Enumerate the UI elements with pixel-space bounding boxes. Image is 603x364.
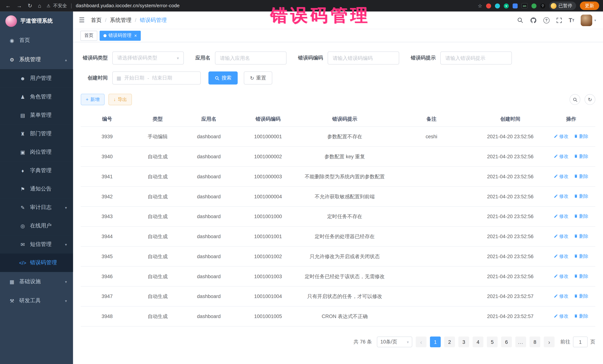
add-button[interactable]: + 新增: [81, 94, 105, 105]
gear-icon: ⚙: [8, 57, 16, 62]
refresh-button[interactable]: ↻: [585, 94, 595, 105]
cell-message: 只允许修改为开启或者关闭状态: [300, 250, 389, 263]
delete-link[interactable]: 删除: [574, 193, 588, 199]
cell-id: 3945: [81, 250, 133, 263]
extension-icon-v[interactable]: v: [504, 3, 509, 8]
page-button-4[interactable]: 4: [473, 337, 483, 347]
user-menu[interactable]: ▾: [581, 14, 596, 26]
sidebar-item-online-user[interactable]: ◎ 在线用户: [0, 217, 73, 235]
sidebar-item-dict-management[interactable]: ♦ 字典管理: [0, 161, 73, 180]
edit-link[interactable]: 修改: [554, 153, 568, 160]
delete-link[interactable]: 删除: [574, 133, 588, 140]
tab-dot: [104, 34, 107, 37]
extension-icon-blue[interactable]: [513, 3, 518, 8]
page-button-5[interactable]: 5: [487, 337, 498, 347]
cell-type: 自动生成: [133, 290, 182, 302]
help-icon[interactable]: ?: [543, 17, 549, 23]
edit-link[interactable]: 修改: [554, 193, 568, 199]
edit-link[interactable]: 修改: [554, 273, 568, 279]
font-size-icon[interactable]: TT: [569, 17, 574, 23]
breadcrumb-home[interactable]: 首页: [91, 17, 102, 23]
page-size-select[interactable]: 10条/页 ▾: [377, 337, 412, 347]
page-button-2[interactable]: 2: [444, 337, 455, 347]
error-message-input[interactable]: [440, 52, 512, 65]
date-range-picker[interactable]: ▦ 开始日期 - 结束日期: [112, 72, 201, 85]
cell-create-time: 2021-04-20 23:52:56: [474, 190, 547, 203]
page-button-6[interactable]: 6: [501, 337, 512, 347]
browser-update-button[interactable]: 更新: [580, 1, 599, 10]
sidebar-item-audit-log[interactable]: ✎ 审计日志 ▾: [0, 198, 73, 217]
back-icon[interactable]: ←: [5, 3, 11, 9]
cell-code: 1001000004: [236, 190, 300, 203]
sidebar-item-post-management[interactable]: ▣ 岗位管理: [0, 143, 73, 161]
page-button-3[interactable]: 3: [458, 337, 469, 347]
extension-icon-green[interactable]: [531, 3, 536, 8]
profile-paused-badge[interactable]: 已暂停: [549, 1, 576, 10]
sidebar-item-role-management[interactable]: ♟ 角色管理: [0, 88, 73, 106]
page-button-1[interactable]: 1: [430, 337, 441, 347]
tab-错误码管理[interactable]: 错误码管理 ×: [100, 31, 141, 41]
next-page-button[interactable]: ›: [544, 337, 555, 347]
search-icon[interactable]: [517, 17, 523, 23]
github-icon[interactable]: [530, 17, 537, 23]
export-button[interactable]: ↓ 导出: [109, 94, 132, 105]
forward-icon[interactable]: →: [16, 3, 22, 9]
delete-link[interactable]: 删除: [574, 173, 588, 180]
reset-button[interactable]: ↻ 重置: [244, 72, 272, 85]
extensions-pin-icon[interactable]: ⚲: [540, 3, 545, 8]
sidebar-item-error-code[interactable]: </> 错误码管理: [0, 254, 73, 272]
delete-link[interactable]: 删除: [574, 312, 588, 319]
extension-icon-red[interactable]: [486, 3, 491, 8]
extension-icon-teal[interactable]: [495, 3, 500, 8]
sidebar-item-system[interactable]: ⚙ 系统管理 ▴: [0, 50, 73, 69]
error-type-select[interactable]: 请选择错误码类型 ▾: [112, 52, 184, 65]
sidebar-item-sms-management[interactable]: ✉ 短信管理 ▾: [0, 235, 73, 253]
sidebar-item-notice[interactable]: ⚑ 通知公告: [0, 180, 73, 198]
delete-link[interactable]: 删除: [574, 232, 588, 240]
hamburger-icon[interactable]: ☰: [79, 16, 85, 24]
cell-app: dashboard: [182, 151, 236, 163]
sidebar-item-dept-management[interactable]: ♜ 部门管理: [0, 124, 73, 143]
delete-link[interactable]: 删除: [574, 273, 588, 279]
sidebar-item-dev-tools[interactable]: ⚒ 研发工具 ▾: [0, 291, 73, 310]
prev-page-button[interactable]: ‹: [416, 337, 427, 347]
url-text[interactable]: dashboard.yudao.iocoder.cn/system/error-…: [76, 3, 180, 9]
extension-icon-on-badge[interactable]: on: [522, 3, 528, 9]
avatar[interactable]: [581, 14, 592, 26]
reload-icon[interactable]: ↻: [28, 3, 32, 9]
error-code-input[interactable]: [328, 52, 399, 65]
sidebar-item-menu-management[interactable]: ▤ 菜单管理: [0, 106, 73, 124]
edit-link[interactable]: 修改: [554, 173, 568, 180]
address-bar[interactable]: ⚠ 不安全 dashboard.yudao.iocoder.cn/system/…: [46, 2, 478, 9]
toggle-search-button[interactable]: [570, 94, 580, 105]
home-icon[interactable]: ⌂: [38, 3, 41, 9]
fullscreen-icon[interactable]: [556, 17, 562, 23]
tab-close-icon[interactable]: ×: [134, 33, 137, 38]
delete-link[interactable]: 删除: [574, 253, 588, 259]
edit-link[interactable]: 修改: [554, 292, 568, 299]
edit-link[interactable]: 修改: [554, 312, 568, 319]
delete-icon: [574, 174, 578, 178]
page-button-8[interactable]: 8: [530, 337, 540, 347]
sidebar-item-infrastructure[interactable]: ▦ 基础设施 ▾: [0, 272, 73, 291]
bookmark-star-icon[interactable]: ☆: [478, 3, 482, 9]
delete-link[interactable]: 删除: [574, 292, 588, 299]
table-row: 3941 自动生成 dashboard 1001000003 不能删除类型为系统…: [81, 167, 595, 187]
cell-remark: [389, 314, 474, 319]
table-row: 3945 自动生成 dashboard 1001001002 只允许修改为开启或…: [81, 247, 595, 267]
edit-link[interactable]: 修改: [554, 253, 568, 259]
more-pages-button[interactable]: ...: [515, 337, 526, 347]
search-button[interactable]: 搜索: [208, 72, 238, 85]
edit-link[interactable]: 修改: [554, 213, 568, 220]
tab-首页[interactable]: 首页: [80, 31, 97, 41]
app-name-input[interactable]: [215, 52, 287, 65]
edit-icon: [554, 314, 558, 318]
edit-link[interactable]: 修改: [554, 133, 568, 140]
edit-link[interactable]: 修改: [554, 232, 568, 240]
breadcrumb-system[interactable]: 系统管理: [110, 17, 132, 23]
goto-page-input[interactable]: [573, 337, 588, 347]
sidebar-item-home[interactable]: ◉ 首页: [0, 31, 73, 50]
delete-link[interactable]: 删除: [574, 153, 588, 160]
sidebar-item-user-management[interactable]: ☻ 用户管理: [0, 69, 73, 88]
delete-link[interactable]: 删除: [574, 213, 588, 220]
